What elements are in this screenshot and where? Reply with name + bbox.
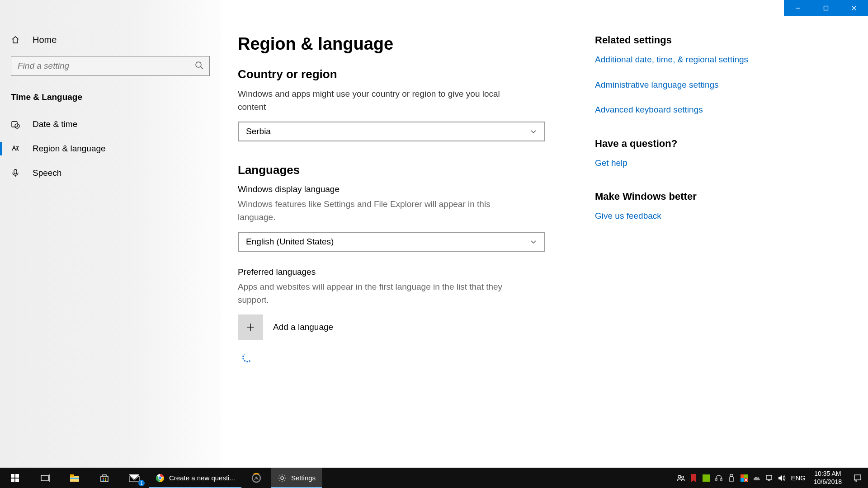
tray-network-icon[interactable] [763, 468, 776, 488]
svg-rect-14 [15, 479, 19, 482]
svg-point-32 [681, 476, 684, 478]
taskbar: 1 Create a new questi... Settings [0, 468, 868, 488]
home-icon [11, 35, 23, 44]
minimize-button[interactable] [784, 0, 812, 16]
taskbar-microsoft-store[interactable] [90, 468, 119, 488]
sidebar-item-label: Region & language [33, 144, 106, 154]
svg-rect-34 [703, 474, 710, 482]
svg-rect-20 [70, 478, 79, 479]
chevron-down-icon [530, 238, 537, 245]
sidebar-item-label: Speech [33, 168, 61, 178]
microphone-icon [11, 169, 23, 178]
tray-volume-icon[interactable] [776, 468, 788, 488]
svg-rect-25 [105, 479, 106, 481]
svg-line-5 [201, 67, 203, 69]
chevron-down-icon [530, 128, 537, 135]
search-box[interactable] [11, 56, 210, 76]
start-button[interactable] [0, 468, 30, 488]
related-link-admin-lang[interactable]: Administrative language settings [595, 79, 753, 91]
add-language-button[interactable]: Add a language [238, 314, 559, 340]
sidebar-item-date-time[interactable]: Date & time [0, 112, 222, 136]
display-language-selected: English (United States) [246, 237, 334, 247]
tray-people-icon[interactable] [675, 468, 687, 488]
related-settings-heading: Related settings [595, 34, 753, 46]
svg-rect-15 [41, 475, 48, 481]
sidebar: Home Time & Language Date & time Region … [0, 0, 222, 468]
svg-marker-33 [691, 474, 696, 482]
main-content: Region & language Country or region Wind… [222, 16, 868, 468]
display-language-subhead: Windows display language [238, 184, 559, 194]
svg-rect-8 [14, 169, 17, 174]
svg-rect-40 [744, 474, 748, 478]
tray-date: 10/6/2018 [814, 478, 842, 486]
related-link-adv-keyboard[interactable]: Advanced keyboard settings [595, 103, 753, 116]
svg-rect-11 [11, 474, 14, 478]
country-dropdown[interactable]: Serbia [238, 122, 545, 141]
svg-rect-41 [741, 478, 744, 482]
tray-app-icon-red[interactable] [687, 468, 700, 488]
svg-rect-19 [70, 474, 74, 477]
plus-icon [238, 314, 263, 340]
window-controls [784, 0, 868, 16]
tray-notifications-icon[interactable] [847, 474, 868, 482]
tray-security-icon[interactable] [738, 468, 750, 488]
sidebar-section-title: Time & Language [0, 92, 222, 102]
svg-point-31 [678, 475, 681, 478]
svg-rect-12 [15, 474, 19, 478]
sidebar-item-label: Date & time [33, 119, 77, 129]
tray-usb-icon[interactable] [725, 468, 738, 488]
taskbar-settings-label: Settings [291, 474, 316, 482]
svg-rect-38 [730, 477, 733, 482]
feedback-link[interactable]: Give us feedback [595, 210, 753, 222]
preferred-languages-desc: Apps and websites will appear in the fir… [238, 281, 527, 306]
sidebar-item-speech[interactable]: Speech [0, 161, 222, 185]
taskbar-settings[interactable]: Settings [271, 468, 322, 488]
close-button[interactable] [840, 0, 868, 16]
tray-clock[interactable]: 10:35 AM 10/6/2018 [808, 470, 847, 486]
tray-onedrive-icon[interactable] [750, 468, 763, 488]
country-desc: Windows and apps might use your country … [238, 88, 527, 113]
calendar-clock-icon [11, 120, 23, 129]
svg-marker-49 [778, 475, 782, 481]
content-column: Region & language Country or region Wind… [238, 34, 559, 468]
sidebar-item-region-language[interactable]: Region & language [0, 136, 222, 161]
sidebar-home[interactable]: Home [0, 26, 222, 53]
search-icon [195, 61, 204, 70]
svg-rect-1 [824, 6, 828, 10]
svg-rect-21 [101, 476, 108, 482]
country-heading: Country or region [238, 67, 559, 81]
language-icon [11, 144, 23, 153]
sidebar-nav: Date & time Region & language Speech [0, 112, 222, 185]
related-link-additional[interactable]: Additional date, time, & regional settin… [595, 53, 753, 66]
taskbar-mail[interactable]: 1 [119, 468, 149, 488]
tray-language[interactable]: ENG [788, 468, 808, 488]
taskbar-file-explorer[interactable] [60, 468, 90, 488]
display-language-dropdown[interactable]: English (United States) [238, 232, 545, 252]
tray-headset-icon[interactable] [712, 468, 725, 488]
question-heading: Have a question? [595, 138, 753, 150]
svg-rect-39 [741, 474, 744, 478]
search-input[interactable] [11, 56, 185, 75]
tray-nvidia-icon[interactable] [700, 468, 712, 488]
loading-spinner-icon [242, 352, 252, 362]
languages-heading: Languages [238, 163, 559, 177]
svg-rect-13 [11, 479, 14, 482]
taskbar-chrome[interactable]: Create a new questi... [149, 468, 241, 488]
system-tray: ENG 10:35 AM 10/6/2018 [675, 468, 868, 488]
country-selected: Serbia [246, 127, 271, 136]
taskbar-overwatch[interactable] [241, 468, 271, 488]
get-help-link[interactable]: Get help [595, 157, 753, 169]
svg-rect-46 [766, 475, 772, 479]
preferred-languages-subhead: Preferred languages [238, 267, 559, 277]
better-heading: Make Windows better [595, 191, 753, 202]
svg-rect-22 [103, 478, 104, 479]
svg-rect-37 [730, 474, 733, 477]
add-language-label: Add a language [273, 322, 333, 332]
task-view-button[interactable] [30, 468, 60, 488]
svg-point-28 [159, 476, 161, 479]
page-title: Region & language [238, 34, 559, 54]
svg-rect-50 [854, 475, 861, 480]
maximize-button[interactable] [812, 0, 840, 16]
svg-point-30 [281, 477, 283, 479]
svg-rect-24 [103, 479, 104, 481]
